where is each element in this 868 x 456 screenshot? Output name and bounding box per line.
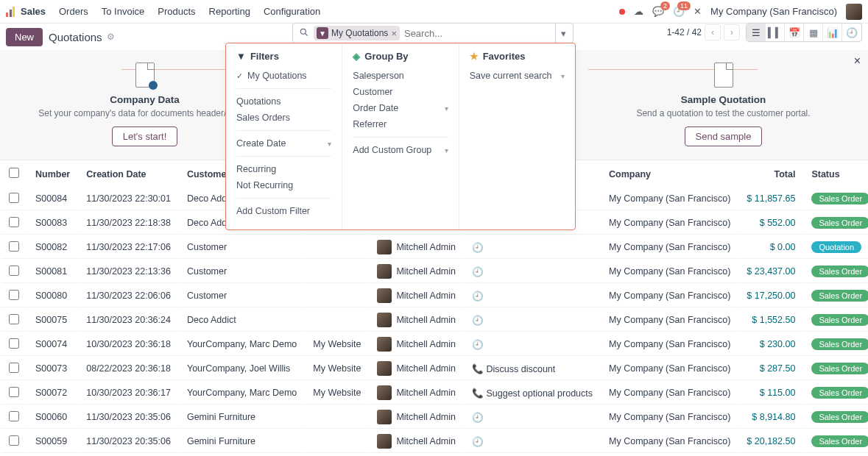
search-icon[interactable] xyxy=(294,27,314,40)
svg-line-1 xyxy=(306,33,308,35)
filter-quotations[interactable]: Quotations xyxy=(236,93,331,110)
col-creation-date[interactable]: Creation Date xyxy=(79,162,178,186)
view-activity-icon[interactable]: 🕘 xyxy=(842,24,861,41)
pager-prev-button[interactable]: ‹ xyxy=(705,24,721,40)
group-salesperson[interactable]: Salesperson xyxy=(353,68,448,84)
table-row[interactable]: S0005911/30/2023 20:35:06Gemini Furnitur… xyxy=(1,430,868,453)
col-status[interactable]: Status xyxy=(804,162,868,186)
table-row[interactable]: S0008211/30/2023 22:17:06CustomerMitchel… xyxy=(1,236,868,259)
view-kanban-icon[interactable]: ▍▍ xyxy=(766,24,785,41)
group-add-custom[interactable]: Add Custom Group▾ xyxy=(353,142,448,158)
tools-icon[interactable]: ✕ xyxy=(694,6,702,17)
group-referrer[interactable]: Referrer xyxy=(353,116,448,132)
cell-total: $ 0.00 xyxy=(770,242,796,252)
search-options-toggle[interactable]: ▾ xyxy=(555,24,571,43)
row-checkbox[interactable] xyxy=(9,314,19,324)
tray-icon[interactable]: ☁ xyxy=(634,6,643,17)
phone-icon[interactable]: 📞 xyxy=(472,364,484,374)
page-title: Quotations xyxy=(49,31,102,43)
row-checkbox[interactable] xyxy=(9,411,19,421)
filter-sales-orders[interactable]: Sales Orders xyxy=(236,110,331,126)
app-logo[interactable] xyxy=(6,7,15,17)
filter-add-custom[interactable]: Add Custom Filter xyxy=(236,203,331,219)
row-checkbox[interactable] xyxy=(9,338,19,349)
avatar xyxy=(377,385,392,400)
col-total[interactable]: Total xyxy=(739,162,802,186)
view-pivot-icon[interactable]: ▦ xyxy=(804,24,823,41)
select-all-checkbox[interactable] xyxy=(9,168,19,178)
company-switcher[interactable]: My Company (San Francisco) xyxy=(710,6,837,17)
table-row[interactable]: S0007210/30/2023 20:36:17YourCompany, Ma… xyxy=(1,382,868,405)
cell-website xyxy=(306,260,368,283)
avatar xyxy=(377,337,392,352)
clock-icon[interactable]: 🕘 xyxy=(472,267,484,277)
gear-icon[interactable]: ⚙ xyxy=(107,32,115,42)
banner-close-icon[interactable]: × xyxy=(854,54,861,68)
table-row[interactable]: S0007511/30/2023 20:36:24Deco AddictMitc… xyxy=(1,309,868,332)
row-checkbox[interactable] xyxy=(9,193,19,203)
col-company[interactable]: Company xyxy=(601,162,738,186)
nav-orders[interactable]: Orders xyxy=(59,6,88,17)
filter-create-date[interactable]: Create Date▾ xyxy=(236,135,331,152)
nav-products[interactable]: Products xyxy=(158,6,195,17)
search-filter-chip[interactable]: ▼ My Quotations × xyxy=(314,26,400,40)
clock-icon[interactable]: 🕘 xyxy=(472,340,484,350)
group-customer[interactable]: Customer xyxy=(353,84,448,100)
table-row[interactable]: S0006011/30/2023 20:35:06Gemini Furnitur… xyxy=(1,406,868,429)
cell-activity: 🕘 xyxy=(465,309,600,332)
favorite-save-search[interactable]: Save current search▾ xyxy=(470,68,565,84)
activities-icon[interactable]: 🕘11 xyxy=(673,6,685,17)
banner-button-1[interactable]: Let's start! xyxy=(112,127,178,146)
cell-total: $ 17,250.00 xyxy=(747,291,795,301)
table-row[interactable]: S0007410/30/2023 20:36:18YourCompany, Ma… xyxy=(1,333,868,356)
chevron-down-icon: ▾ xyxy=(445,104,448,113)
pager-next-button[interactable]: › xyxy=(724,24,740,40)
nav-reporting[interactable]: Reporting xyxy=(209,6,250,17)
banner-button-3[interactable]: Send sample xyxy=(685,127,763,146)
table-row[interactable]: S0007308/22/2023 20:36:18YourCompany, Jo… xyxy=(1,357,868,380)
clock-icon[interactable]: 🕘 xyxy=(472,437,484,447)
row-checkbox[interactable] xyxy=(9,290,19,300)
nav-to-invoice[interactable]: To Invoice xyxy=(102,6,145,17)
search-input[interactable] xyxy=(400,28,555,39)
view-list-icon[interactable]: ☰ xyxy=(747,24,766,41)
view-calendar-icon[interactable]: 📅 xyxy=(785,24,804,41)
cell-activity: 🕘 xyxy=(465,260,600,283)
phone-icon[interactable]: 📞 xyxy=(472,388,484,399)
row-checkbox[interactable] xyxy=(9,241,19,252)
banner-title-3: Sample Quotation xyxy=(579,94,868,105)
cell-customer: Gemini Furniture xyxy=(180,430,304,453)
filter-icon: ▼ xyxy=(236,51,246,62)
svg-point-0 xyxy=(300,29,306,34)
row-checkbox[interactable] xyxy=(9,435,19,446)
table-row[interactable]: S0008011/30/2023 22:06:06CustomerMitchel… xyxy=(1,285,868,307)
view-graph-icon[interactable]: 📊 xyxy=(823,24,842,41)
cell-customer: Gemini Furniture xyxy=(180,406,304,429)
clock-icon[interactable]: 🕘 xyxy=(472,291,484,302)
cell-number: S00072 xyxy=(28,382,77,405)
cell-website xyxy=(306,285,368,307)
messages-icon[interactable]: 💬2 xyxy=(652,6,664,17)
clock-icon[interactable]: 🕘 xyxy=(472,243,484,253)
user-avatar[interactable] xyxy=(846,4,862,20)
nav-configuration[interactable]: Configuration xyxy=(264,6,320,17)
status-badge: Quotation xyxy=(811,241,861,253)
col-number[interactable]: Number xyxy=(28,162,77,186)
filter-recurring[interactable]: Recurring xyxy=(236,161,331,177)
group-order-date[interactable]: Order Date▾ xyxy=(353,100,448,116)
clock-icon[interactable]: 🕘 xyxy=(472,413,484,423)
row-checkbox[interactable] xyxy=(9,387,19,397)
chip-remove-icon[interactable]: × xyxy=(391,28,397,39)
row-checkbox[interactable] xyxy=(9,363,19,373)
table-row[interactable]: S0008111/30/2023 22:13:36CustomerMitchel… xyxy=(1,260,868,283)
new-button[interactable]: New xyxy=(6,28,43,46)
cell-salesperson: Mitchell Admin xyxy=(377,264,456,279)
cell-salesperson: Mitchell Admin xyxy=(377,240,456,254)
row-checkbox[interactable] xyxy=(9,217,19,227)
filter-not-recurring[interactable]: Not Recurring xyxy=(236,177,331,193)
nav-sales[interactable]: Sales xyxy=(21,6,46,17)
pager-text: 1-42 / 42 xyxy=(667,27,702,38)
filter-my-quotations[interactable]: My Quotations xyxy=(236,68,331,84)
row-checkbox[interactable] xyxy=(9,266,19,276)
clock-icon[interactable]: 🕘 xyxy=(472,316,484,326)
